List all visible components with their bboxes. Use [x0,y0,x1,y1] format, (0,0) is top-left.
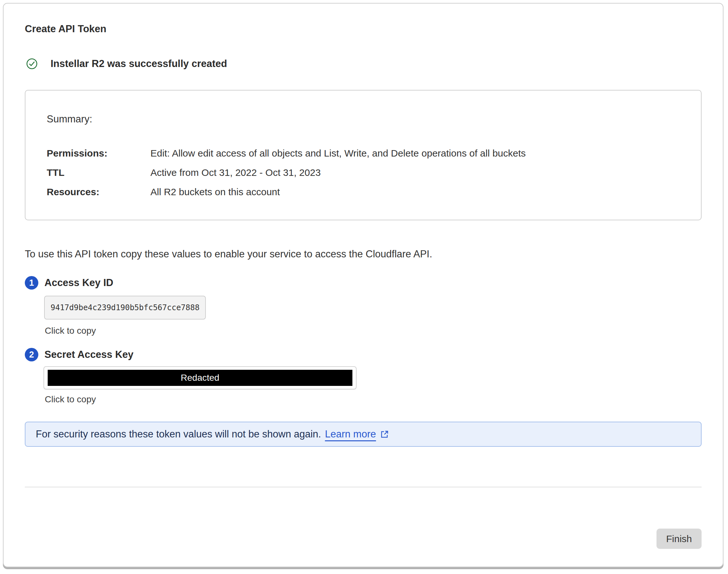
summary-row-resources: Resources: All R2 buckets on this accoun… [47,182,680,202]
step-1-header: 1 Access Key ID [25,276,701,290]
check-circle-icon [26,58,38,70]
secret-access-key-field[interactable]: Redacted [43,366,357,390]
step-1-number-badge: 1 [25,276,38,290]
summary-row-permissions: Permissions: Edit: Allow edit access of … [47,144,680,163]
success-message-row: Instellar R2 was successfully created [25,57,701,71]
summary-row-label: Resources: [47,182,151,202]
summary-row-value: Edit: Allow edit access of all objects a… [151,144,526,163]
summary-row-value: All R2 buckets on this account [151,182,280,202]
create-api-token-dialog: Create API Token Instellar R2 was succes… [3,3,724,567]
security-notice-banner: For security reasons these token values … [25,422,701,447]
page-title: Create API Token [25,23,701,35]
security-notice-text: For security reasons these token values … [36,428,321,440]
footer-divider [25,487,701,487]
dialog-content: Create API Token Instellar R2 was succes… [4,4,723,549]
learn-more-label: Learn more [325,428,376,440]
summary-row-label: TTL [47,163,151,182]
success-message: Instellar R2 was successfully created [50,58,227,70]
access-key-id-value[interactable]: 9417d9be4c239d190b5bfc567cce7888 [44,296,206,320]
finish-button[interactable]: Finish [656,529,701,549]
instructions-text: To use this API token copy these values … [25,248,701,260]
access-key-id-label: Access Key ID [44,277,113,289]
secret-key-copy-hint: Click to copy [45,394,701,405]
access-key-copy-hint: Click to copy [45,325,701,336]
summary-row-ttl: TTL Active from Oct 31, 2022 - Oct 31, 2… [47,163,680,182]
summary-rows: Permissions: Edit: Allow edit access of … [47,144,680,202]
summary-panel: Summary: Permissions: Edit: Allow edit a… [25,90,701,220]
step-2-header: 2 Secret Access Key [25,348,701,361]
footer-actions: Finish [25,529,701,549]
external-link-icon [380,429,390,439]
step-2-number-badge: 2 [25,348,38,361]
summary-row-label: Permissions: [47,144,151,163]
summary-heading: Summary: [47,113,680,125]
summary-row-value: Active from Oct 31, 2022 - Oct 31, 2023 [151,163,321,182]
secret-access-key-label: Secret Access Key [44,349,133,361]
redacted-value: Redacted [48,370,352,386]
learn-more-link[interactable]: Learn more [325,428,390,440]
